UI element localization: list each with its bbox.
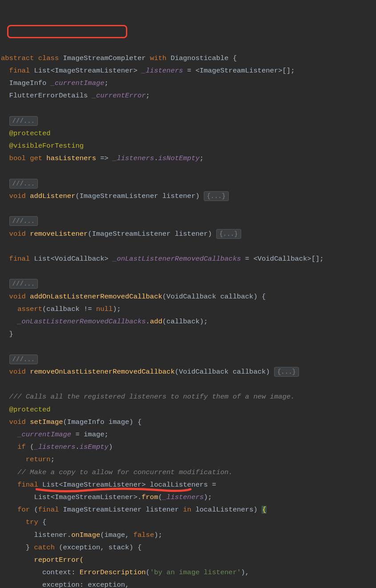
- code-token: void: [9, 230, 30, 238]
- code-token: return: [26, 455, 51, 463]
- code-line[interactable]: void setImage(ImageInfo image) {: [0, 416, 376, 428]
- code-token: ImageInfo: [9, 79, 51, 87]
- code-line[interactable]: void addListener(ImageStreamListener lis…: [0, 190, 376, 202]
- code-line[interactable]: } catch (exception, stack) {: [0, 541, 376, 554]
- code-line[interactable]: bool get hasListeners => _listeners.isNo…: [0, 152, 376, 165]
- fold-region[interactable]: {...}: [204, 191, 229, 201]
- code-token: Diagnosticable: [170, 54, 233, 62]
- fold-region[interactable]: ///...: [9, 354, 38, 364]
- fold-region[interactable]: ///...: [9, 116, 38, 126]
- code-token: bool: [9, 154, 30, 162]
- code-token: removeListener: [30, 230, 88, 238]
- code-token: _currentImage: [51, 79, 105, 87]
- code-line[interactable]: _onLastListenerRemovedCallbacks.add(call…: [0, 315, 376, 328]
- code-line[interactable]: if (_listeners.isEmpty): [0, 441, 376, 453]
- code-token: isNotEmpty: [158, 154, 200, 162]
- code-token: context:: [42, 568, 80, 576]
- code-line[interactable]: }: [0, 328, 376, 340]
- code-line[interactable]: ///...: [0, 177, 376, 190]
- code-token: get: [30, 154, 46, 162]
- code-line[interactable]: try {: [0, 516, 376, 528]
- code-line[interactable]: assert(callback != null);: [0, 303, 376, 315]
- code-token: List<VoidCallback>: [34, 255, 113, 263]
- code-token: ,: [125, 581, 129, 588]
- code-token: exception: exception: [42, 581, 125, 588]
- code-token: ),: [241, 568, 250, 576]
- code-token: (callback);: [162, 318, 208, 326]
- code-token: .: [146, 318, 150, 326]
- code-line[interactable]: for (final ImageStreamListener listener …: [0, 503, 376, 516]
- code-token: }: [26, 544, 34, 552]
- code-token: _onLastListenerRemovedCallbacks: [17, 318, 146, 326]
- code-line[interactable]: [0, 202, 376, 215]
- code-token: ;: [105, 79, 109, 87]
- code-line[interactable]: [0, 340, 376, 353]
- code-line[interactable]: FlutterErrorDetails _currentError;: [0, 89, 376, 102]
- code-line[interactable]: reportError(: [0, 554, 376, 566]
- code-line[interactable]: ImageInfo _currentImage;: [0, 77, 376, 89]
- code-line[interactable]: void removeOnLastListenerRemovedCallback…: [0, 366, 376, 378]
- code-token: if: [17, 443, 30, 451]
- code-token: .: [154, 154, 158, 162]
- code-token: ): [109, 443, 113, 451]
- code-token: null: [96, 305, 113, 313]
- code-line[interactable]: final List<VoidCallback> _onLastListener…: [0, 253, 376, 265]
- code-line[interactable]: [0, 265, 376, 278]
- code-line[interactable]: @protected: [0, 403, 376, 416]
- code-token: = image;: [75, 431, 108, 439]
- code-line[interactable]: context: ErrorDescription('by an image l…: [0, 566, 376, 579]
- code-token: (VoidCallback callback) {: [162, 293, 266, 301]
- code-token: _currentImage: [17, 431, 75, 439]
- code-line[interactable]: ///...: [0, 278, 376, 290]
- code-token: ErrorDescription: [80, 568, 146, 576]
- code-token: );: [113, 305, 121, 313]
- code-token: );: [154, 531, 162, 539]
- code-line[interactable]: /// Calls all the registered listeners t…: [0, 391, 376, 403]
- code-token: 'by an image listener': [150, 568, 241, 576]
- code-line[interactable]: @visibleForTesting: [0, 140, 376, 152]
- code-line[interactable]: [0, 102, 376, 115]
- code-token: try: [26, 518, 42, 526]
- fold-region[interactable]: ///...: [9, 279, 38, 289]
- code-token: class: [38, 54, 63, 62]
- fold-region[interactable]: ///...: [9, 216, 38, 226]
- code-token: @: [9, 129, 13, 137]
- code-line[interactable]: ///...: [0, 215, 376, 227]
- code-token: void: [9, 418, 30, 426]
- code-line[interactable]: ///...: [0, 115, 376, 127]
- code-line[interactable]: @protected: [0, 127, 376, 140]
- code-line[interactable]: listener.onImage(image, false);: [0, 529, 376, 541]
- code-token: void: [9, 368, 30, 376]
- code-token: _listeners: [142, 67, 187, 75]
- code-line[interactable]: exception: exception,: [0, 579, 376, 588]
- code-line[interactable]: [0, 240, 376, 253]
- code-line[interactable]: [0, 165, 376, 177]
- code-token: .: [75, 443, 79, 451]
- code-token: localListeners): [195, 506, 262, 514]
- code-line[interactable]: // Make a copy to allow for concurrent m…: [0, 466, 376, 479]
- code-line[interactable]: abstract class ImageStreamCompleter with…: [0, 52, 376, 64]
- code-line[interactable]: void removeListener(ImageStreamListener …: [0, 228, 376, 240]
- code-token: = <VoidCallback>[];: [245, 255, 324, 263]
- fold-region[interactable]: {...}: [216, 229, 241, 239]
- code-line[interactable]: ///...: [0, 353, 376, 366]
- code-token: void: [9, 293, 30, 301]
- code-token: List<ImageStreamListener>: [34, 67, 142, 75]
- code-line[interactable]: [0, 378, 376, 391]
- code-token: (callback !=: [42, 305, 96, 313]
- fold-region[interactable]: ///...: [9, 179, 38, 189]
- code-token: abstract: [1, 54, 38, 62]
- code-editor[interactable]: abstract class ImageStreamCompleter with…: [0, 52, 376, 588]
- code-token: final: [9, 255, 34, 263]
- code-token: ;: [200, 154, 204, 162]
- code-line[interactable]: void addOnLastListenerRemovedCallback(Vo…: [0, 290, 376, 303]
- code-line[interactable]: _currentImage = image;: [0, 428, 376, 441]
- code-line[interactable]: final List<ImageStreamListener> _listene…: [0, 64, 376, 77]
- fold-region[interactable]: {...}: [274, 367, 299, 377]
- code-line[interactable]: return;: [0, 453, 376, 466]
- code-token: _currentError: [92, 92, 146, 100]
- code-token: (: [146, 568, 150, 576]
- code-token: addListener: [30, 192, 75, 200]
- code-token: ,: [125, 531, 133, 539]
- bracket-highlight: {: [262, 506, 267, 514]
